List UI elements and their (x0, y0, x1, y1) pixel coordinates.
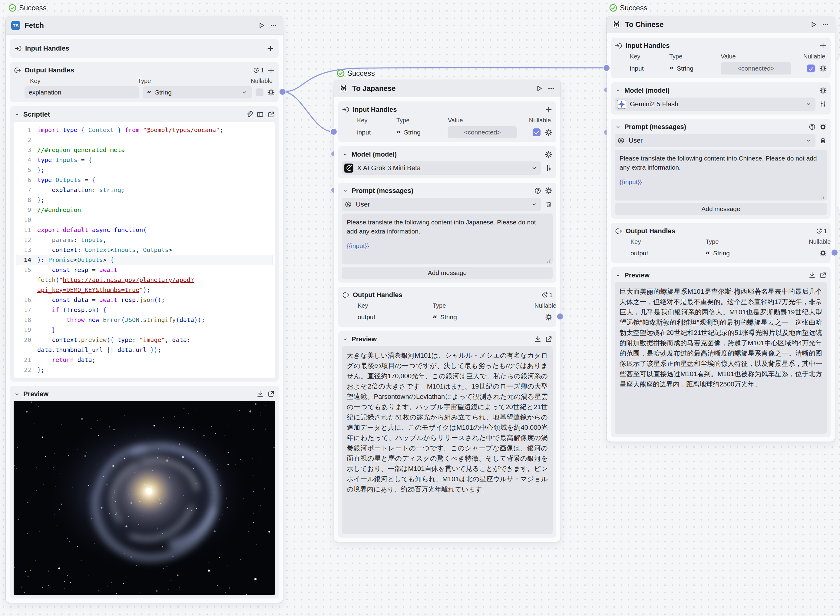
collapse-chevron-icon[interactable] (342, 336, 349, 343)
run-node-button[interactable] (809, 21, 817, 28)
nullable-checkbox[interactable] (533, 128, 541, 136)
node-menu-button[interactable] (547, 85, 555, 92)
handle-key: output (342, 314, 433, 321)
model-tune-sliders-icon[interactable] (819, 100, 827, 108)
code-editor[interactable]: 1import type { Context } from "@oomol/ty… (14, 122, 275, 378)
section-label: Output Handles (353, 291, 402, 299)
help-question-icon[interactable] (808, 123, 816, 131)
handle-settings-gear-icon[interactable] (545, 128, 553, 136)
chevron-down-icon (531, 201, 538, 208)
download-icon[interactable] (256, 390, 264, 398)
success-check-icon (609, 4, 617, 12)
download-icon[interactable] (534, 335, 542, 343)
model-settings-gear-icon[interactable] (545, 151, 553, 158)
prompt-settings-gear-icon[interactable] (819, 123, 827, 131)
collapse-chevron-icon[interactable] (615, 87, 622, 94)
input-handle-row: input “String <connected> (342, 126, 553, 138)
history-button[interactable]: 1 (253, 67, 264, 74)
add-input-handle-button[interactable] (267, 44, 274, 53)
handle-key-input[interactable]: explanation (25, 86, 139, 98)
success-check-icon (9, 4, 16, 12)
history-count: 1 (824, 228, 827, 235)
open-external-icon[interactable] (819, 271, 827, 279)
nullable-checkbox[interactable] (255, 88, 264, 96)
handle-settings-gear-icon[interactable] (819, 249, 827, 257)
collapse-chevron-icon[interactable] (342, 151, 349, 158)
model-select[interactable]: X AI Grok 3 Mini Beta (342, 161, 541, 175)
prompt-text: Please translate the following content i… (620, 154, 822, 172)
node-header-chinese[interactable]: To Chinese (607, 16, 835, 33)
model-section: Model (model) X AI Grok 3 Mini Beta (338, 146, 556, 178)
port-chinese-input[interactable] (603, 64, 610, 72)
section-label: Preview (352, 335, 377, 343)
open-external-icon[interactable] (545, 335, 553, 343)
handle-key: input (615, 65, 669, 72)
column-header-nullable: Nullable (239, 78, 275, 85)
history-button[interactable]: 1 (816, 228, 827, 235)
delete-message-trash-icon[interactable] (819, 136, 827, 144)
column-header-type: Type (138, 78, 239, 85)
port-fetch-output[interactable] (279, 88, 286, 96)
column-header-type: Type (669, 53, 721, 60)
section-label: Prompt (messages) (625, 123, 686, 131)
node-to-japanese[interactable]: To Japanese Input Handles Key Type Value… (334, 80, 561, 542)
delete-message-trash-icon[interactable] (545, 201, 553, 208)
preview-text-chinese: 巨大而美丽的螺旋星系M101是查尔斯·梅西耶著名星表中的最后几个天体之一，但绝对… (615, 282, 827, 434)
node-to-chinese[interactable]: To Chinese Input Handles Key Type Value … (607, 16, 835, 442)
column-header-type: Type (433, 302, 535, 309)
output-handles-section: Output Handles 1 Key Type Nullable outpu… (338, 287, 556, 327)
attach-icon[interactable] (245, 110, 253, 119)
status-label: Success (347, 69, 375, 78)
add-message-button[interactable]: Add message (342, 267, 553, 279)
handle-value: <connected> (721, 62, 791, 75)
column-header-key: Key (615, 53, 669, 60)
handle-settings-gear-icon[interactable] (267, 88, 275, 96)
add-output-handle-button[interactable] (267, 66, 275, 74)
table-columns-icon[interactable] (256, 110, 264, 119)
handle-key: input (342, 129, 396, 136)
port-japanese-output[interactable] (556, 312, 564, 320)
model-settings-gear-icon[interactable] (819, 87, 827, 94)
nullable-checkbox[interactable] (807, 65, 815, 72)
open-external-icon[interactable] (267, 390, 275, 398)
handle-settings-gear-icon[interactable] (545, 313, 553, 321)
download-icon[interactable] (808, 271, 816, 279)
node-fetch[interactable]: TS Fetch Input Handles Output Handles 1 (6, 16, 283, 603)
column-header-nullable: Nullable (521, 117, 553, 124)
model-tune-sliders-icon[interactable] (545, 164, 553, 172)
message-role-select[interactable]: User (615, 134, 815, 147)
resize-grip[interactable] (821, 194, 825, 199)
port-japanese-input[interactable] (330, 128, 338, 136)
node-header-japanese[interactable]: To Japanese (334, 80, 560, 97)
prompt-textarea[interactable]: Please translate the following content i… (615, 150, 827, 201)
open-external-icon[interactable] (267, 110, 275, 119)
handle-settings-gear-icon[interactable] (819, 65, 827, 72)
status-label: Success (620, 4, 647, 12)
node-menu-button[interactable] (270, 22, 277, 29)
add-message-button[interactable]: Add message (615, 203, 827, 215)
add-input-handle-button[interactable] (819, 42, 827, 50)
collapse-chevron-icon[interactable] (615, 123, 622, 130)
status-badge-chinese: Success (609, 4, 647, 12)
collapse-chevron-icon[interactable] (14, 111, 20, 118)
collapse-chevron-icon[interactable] (14, 391, 20, 397)
prompt-settings-gear-icon[interactable] (545, 187, 553, 195)
run-node-button[interactable] (535, 85, 543, 92)
collapse-chevron-icon[interactable] (615, 272, 622, 279)
history-button[interactable]: 1 (541, 292, 553, 299)
resize-grip[interactable] (547, 258, 551, 263)
handle-type-value: String (440, 314, 457, 321)
run-node-button[interactable] (257, 22, 265, 29)
node-menu-button[interactable] (821, 21, 830, 28)
help-question-icon[interactable] (534, 187, 542, 195)
add-input-handle-button[interactable] (545, 106, 553, 114)
column-header-value: Value (721, 53, 796, 60)
model-select[interactable]: Gemini2 5 Flash (615, 98, 815, 111)
prompt-textarea[interactable]: Please translate the following content i… (342, 214, 553, 264)
node-header-fetch[interactable]: TS Fetch (6, 16, 283, 35)
collapse-chevron-icon[interactable] (342, 188, 349, 194)
port-chinese-output[interactable] (831, 249, 839, 257)
column-header-key: Key (615, 238, 705, 245)
handle-type-select[interactable]: “ String (143, 86, 252, 98)
message-role-select[interactable]: User (342, 198, 541, 211)
